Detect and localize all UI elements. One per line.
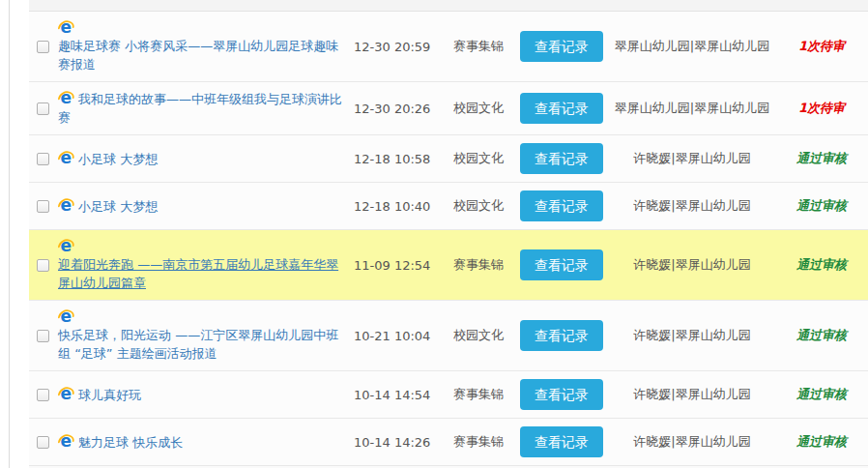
title-cell: e 魅力足球 快乐成长 [58, 433, 348, 452]
table-header-partial [29, 0, 868, 12]
internet-explorer-icon: e [58, 197, 74, 214]
checkbox-cell [29, 330, 58, 342]
row-checkbox[interactable] [37, 436, 49, 449]
record-title-text: 魅力足球 快乐成长 [78, 435, 183, 450]
record-author: 许晓媛|翠屏山幼儿园 [609, 197, 775, 215]
record-status: 通过审核 [775, 386, 868, 403]
internet-explorer-icon: e [58, 238, 74, 254]
table-row: e 小足球 大梦想 12-18 10:58 校园文化 查看记录 许晓媛|翠屏山幼… [29, 135, 868, 183]
record-category: 校园文化 [443, 327, 514, 344]
checkbox-cell [29, 200, 58, 213]
record-category: 赛事集锦 [443, 38, 514, 55]
record-author: 许晓媛|翠屏山幼儿园 [609, 256, 775, 274]
record-author: 翠屏山幼儿园|翠屏山幼儿园 [609, 100, 775, 117]
record-title-text: 小足球 大梦想 [78, 152, 158, 166]
view-record-button[interactable]: 查看记录 [520, 190, 603, 221]
record-title-link[interactable]: e 小足球 大梦想 [58, 197, 348, 216]
record-status: 1次待审 [775, 38, 868, 55]
table-row: e 我和足球的故事——中班年级组我与足球演讲比赛 12-30 20:26 校园文… [29, 82, 868, 135]
row-checkbox[interactable] [37, 259, 49, 272]
table-row: e 迎着阳光奔跑 ——南京市第五届幼儿足球嘉年华翠屏山幼儿园篇章 11-09 1… [29, 230, 868, 301]
internet-explorer-icon: e [58, 308, 74, 325]
record-title-text: 趣味足球赛 小将赛风采——翠屏山幼儿园足球趣味赛报道 [58, 39, 338, 72]
title-cell: e 小足球 大梦想 [58, 197, 348, 216]
record-title-link[interactable]: e 小足球 大梦想 [58, 150, 348, 168]
row-checkbox[interactable] [37, 389, 49, 401]
internet-explorer-icon: e [58, 19, 74, 36]
table-rows: e 趣味足球赛 小将赛风采——翠屏山幼儿园足球趣味赛报道 12-30 20:59… [29, 12, 868, 466]
checkbox-cell [29, 41, 58, 53]
record-title-link[interactable]: e 快乐足球，阳光运动 ——江宁区翠屏山幼儿园中班组 “足球” 主题绘画活动报道 [58, 308, 348, 363]
record-category: 校园文化 [443, 150, 514, 167]
record-status: 通过审核 [775, 327, 868, 344]
record-author: 许晓媛|翠屏山幼儿园 [609, 327, 775, 344]
record-title-link[interactable]: e 我和足球的故事——中班年级组我与足球演讲比赛 [58, 90, 348, 127]
action-cell: 查看记录 [514, 426, 609, 457]
table-row: e 快乐足球，阳光运动 ——江宁区翠屏山幼儿园中班组 “足球” 主题绘画活动报道… [29, 301, 868, 371]
internet-explorer-icon: e [58, 150, 74, 166]
record-author: 许晓媛|翠屏山幼儿园 [609, 150, 775, 167]
internet-explorer-icon: e [58, 386, 74, 402]
records-table: e 趣味足球赛 小将赛风采——翠屏山幼儿园足球趣味赛报道 12-30 20:59… [29, 0, 868, 468]
record-status: 1次待审 [775, 100, 868, 117]
record-status: 通过审核 [775, 433, 868, 451]
record-category: 校园文化 [443, 197, 514, 215]
row-checkbox[interactable] [37, 41, 49, 53]
record-date: 10-14 14:26 [348, 435, 443, 450]
action-cell: 查看记录 [514, 320, 609, 351]
action-cell: 查看记录 [514, 143, 609, 174]
view-record-button[interactable]: 查看记录 [520, 320, 603, 351]
title-cell: e 迎着阳光奔跑 ——南京市第五届幼儿足球嘉年华翠屏山幼儿园篇章 [58, 238, 348, 292]
checkbox-cell [29, 102, 58, 115]
title-cell: e 球儿真好玩 [58, 386, 348, 404]
view-record-button[interactable]: 查看记录 [520, 31, 603, 62]
checkbox-cell [29, 153, 58, 165]
record-title-link[interactable]: e 球儿真好玩 [58, 386, 348, 404]
internet-explorer-icon: e [58, 90, 74, 106]
record-title-link[interactable]: e 迎着阳光奔跑 ——南京市第五届幼儿足球嘉年华翠屏山幼儿园篇章 [58, 238, 348, 292]
row-checkbox[interactable] [37, 330, 49, 342]
record-author: 许晓媛|翠屏山幼儿园 [609, 433, 775, 451]
action-cell: 查看记录 [514, 31, 609, 62]
record-category: 赛事集锦 [443, 433, 514, 451]
record-date: 12-30 20:59 [348, 40, 443, 54]
record-date: 12-18 10:40 [348, 199, 443, 214]
record-status: 通过审核 [775, 150, 868, 167]
record-title-text: 我和足球的故事——中班年级组我与足球演讲比赛 [58, 92, 342, 125]
checkbox-cell [29, 436, 58, 449]
record-category: 校园文化 [443, 100, 514, 117]
row-checkbox[interactable] [37, 200, 49, 213]
table-row: e 小足球 大梦想 12-18 10:40 校园文化 查看记录 许晓媛|翠屏山幼… [29, 183, 868, 230]
action-cell: 查看记录 [514, 93, 609, 124]
view-record-button[interactable]: 查看记录 [520, 379, 603, 410]
row-checkbox[interactable] [37, 102, 49, 115]
table-row: e 球儿真好玩 10-14 14:54 赛事集锦 查看记录 许晓媛|翠屏山幼儿园… [29, 371, 868, 419]
table-row: e 魅力足球 快乐成长 10-14 14:26 赛事集锦 查看记录 许晓媛|翠屏… [29, 419, 868, 466]
record-status: 通过审核 [775, 256, 868, 274]
record-date: 10-21 10:04 [348, 329, 443, 343]
record-category: 赛事集锦 [443, 386, 514, 403]
record-category: 赛事集锦 [443, 256, 514, 274]
record-title-link[interactable]: e 魅力足球 快乐成长 [58, 433, 348, 452]
view-record-button[interactable]: 查看记录 [520, 249, 603, 280]
record-title-text: 迎着阳光奔跑 ——南京市第五届幼儿足球嘉年华翠屏山幼儿园篇章 [58, 257, 338, 290]
view-record-button[interactable]: 查看记录 [520, 93, 603, 124]
internet-explorer-icon: e [58, 433, 74, 450]
record-author: 许晓媛|翠屏山幼儿园 [609, 386, 775, 403]
record-title-link[interactable]: e 趣味足球赛 小将赛风采——翠屏山幼儿园足球趣味赛报道 [58, 19, 348, 73]
action-cell: 查看记录 [514, 249, 609, 280]
record-author: 翠屏山幼儿园|翠屏山幼儿园 [609, 38, 775, 55]
checkbox-cell [29, 389, 58, 401]
view-record-button[interactable]: 查看记录 [520, 426, 603, 457]
record-title-text: 快乐足球，阳光运动 ——江宁区翠屏山幼儿园中班组 “足球” 主题绘画活动报道 [58, 328, 338, 361]
title-cell: e 趣味足球赛 小将赛风采——翠屏山幼儿园足球趣味赛报道 [58, 19, 348, 73]
view-record-button[interactable]: 查看记录 [520, 143, 603, 174]
action-cell: 查看记录 [514, 379, 609, 410]
row-checkbox[interactable] [37, 153, 49, 165]
record-date: 12-18 10:58 [348, 152, 443, 166]
record-status: 通过审核 [775, 197, 868, 215]
record-title-text: 球儿真好玩 [78, 388, 141, 402]
title-cell: e 快乐足球，阳光运动 ——江宁区翠屏山幼儿园中班组 “足球” 主题绘画活动报道 [58, 308, 348, 363]
title-cell: e 小足球 大梦想 [58, 150, 348, 168]
records-list-screen: e 趣味足球赛 小将赛风采——翠屏山幼儿园足球趣味赛报道 12-30 20:59… [0, 0, 868, 468]
